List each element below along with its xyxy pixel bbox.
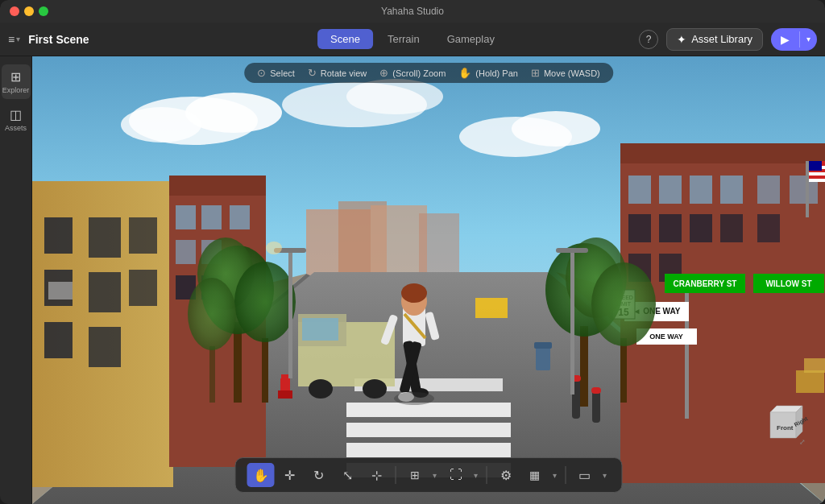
- svg-point-48: [234, 262, 296, 342]
- hand-tool[interactable]: ✋: [247, 463, 275, 487]
- sidebar-item-explorer[interactable]: ⊞ Explorer: [2, 64, 31, 99]
- toolbar-right: ? ✦ Asset Library ▶ ▾: [639, 28, 817, 51]
- rotate-tool-icon: ↻: [313, 468, 324, 483]
- maximize-button[interactable]: [39, 6, 48, 16]
- transform-icon: ⊹: [371, 468, 382, 483]
- bottom-toolbar: ✋ ✛ ↻ ⤡ ⊹ ⊞ ▾: [235, 457, 623, 493]
- sidebar-item-assets[interactable]: ◫ Assets: [2, 102, 31, 137]
- svg-rect-21: [346, 423, 511, 437]
- grid-icon: ▦: [529, 469, 540, 481]
- grid-dropdown[interactable]: ▾: [549, 466, 561, 484]
- hint-rotate: ↻ Rotate view: [308, 67, 367, 79]
- svg-rect-73: [757, 176, 780, 204]
- sidebar-assets-label: Assets: [5, 124, 27, 132]
- svg-point-58: [363, 379, 387, 399]
- asset-library-label: Asset Library: [691, 33, 752, 45]
- fullscreen-dropdown[interactable]: ▾: [471, 466, 482, 484]
- scale-tool[interactable]: ⤡: [334, 463, 362, 487]
- fullscreen-tool[interactable]: ⛶: [442, 463, 470, 487]
- svg-rect-34: [48, 282, 73, 300]
- hint-select-label: Select: [270, 68, 295, 78]
- hand-icon: ✋: [253, 468, 269, 483]
- svg-point-101: [591, 262, 656, 346]
- svg-rect-47: [262, 338, 268, 403]
- svg-rect-75: [720, 214, 743, 242]
- grid-tool[interactable]: ▦: [521, 463, 549, 487]
- fullscreen-group: ⛶ ▾: [442, 463, 482, 487]
- svg-rect-107: [556, 248, 588, 253]
- select-icon: ⊙: [257, 67, 266, 79]
- play-dropdown-button[interactable]: ▾: [800, 30, 817, 48]
- svg-rect-56: [302, 318, 338, 341]
- navigation-cube[interactable]: Front Right ⤢: [761, 396, 812, 448]
- dropdown-arrow: ▾: [16, 35, 20, 43]
- help-button[interactable]: ?: [639, 30, 658, 49]
- svg-rect-119: [536, 346, 550, 370]
- select-group: ⊞ ▾: [401, 463, 441, 487]
- svg-rect-53: [281, 374, 289, 381]
- svg-rect-104: [592, 390, 600, 423]
- hint-zoom-label: (Scroll) Zoom: [392, 68, 446, 78]
- svg-rect-29: [89, 217, 121, 258]
- svg-rect-26: [44, 217, 73, 254]
- toolbar-divider-2: [487, 466, 487, 484]
- svg-rect-77: [806, 161, 809, 217]
- move-tool[interactable]: ✛: [276, 463, 304, 487]
- main-toolbar: ≡ ▾ First Scene Scene Terrain Gameplay ?…: [0, 23, 825, 56]
- svg-rect-65: [659, 176, 682, 204]
- multiselect-tool[interactable]: ⊞: [401, 463, 429, 487]
- transform-tool[interactable]: ⊹: [363, 463, 391, 487]
- svg-rect-32: [129, 217, 157, 254]
- move-crosshair-icon: ✛: [284, 468, 295, 483]
- svg-point-115: [401, 283, 427, 303]
- svg-rect-76: [757, 214, 780, 242]
- svg-rect-108: [475, 298, 508, 318]
- svg-rect-64: [628, 176, 651, 204]
- camera-tool[interactable]: ▭: [571, 463, 599, 487]
- select-dropdown[interactable]: ▾: [429, 466, 441, 484]
- svg-rect-80: [809, 172, 825, 176]
- asset-library-button[interactable]: ✦ Asset Library: [666, 28, 763, 51]
- tab-gameplay[interactable]: Gameplay: [434, 29, 508, 49]
- svg-rect-49: [209, 346, 215, 403]
- svg-rect-68: [659, 214, 682, 242]
- scene-title: First Scene: [28, 33, 89, 46]
- title-bar: Yahaha Studio: [0, 0, 825, 23]
- hint-rotate-label: Rotate view: [321, 68, 367, 78]
- svg-rect-66: [690, 176, 712, 204]
- svg-rect-69: [690, 214, 712, 242]
- svg-rect-67: [628, 214, 651, 242]
- svg-rect-121: [796, 370, 824, 393]
- toolbar-divider-3: [566, 466, 566, 484]
- close-button[interactable]: [10, 6, 19, 16]
- tab-scene[interactable]: Scene: [317, 29, 373, 49]
- window-title: Yahaha Studio: [381, 6, 444, 17]
- svg-rect-37: [176, 205, 196, 229]
- svg-point-5: [512, 111, 600, 147]
- tab-terrain[interactable]: Terrain: [375, 29, 433, 49]
- viewport[interactable]: CRANBERRY ST WILLOW ST ◄ ONE WAY ONE WAY…: [32, 56, 825, 504]
- minimize-button[interactable]: [24, 6, 34, 16]
- svg-point-50: [188, 278, 236, 350]
- svg-point-7: [346, 79, 443, 114]
- camera-dropdown[interactable]: ▾: [599, 466, 611, 484]
- svg-text:⤢: ⤢: [799, 438, 806, 446]
- toolbar-divider-1: [396, 466, 396, 484]
- svg-rect-59: [288, 250, 292, 378]
- settings-icon: ⚙: [500, 468, 512, 483]
- svg-rect-52: [278, 390, 292, 399]
- settings-tool[interactable]: ⚙: [492, 463, 520, 487]
- svg-text:Front: Front: [777, 424, 794, 432]
- tabs-center: Scene Terrain Gameplay: [317, 29, 508, 49]
- rotate-tool[interactable]: ↻: [305, 463, 333, 487]
- multiselect-icon: ⊞: [410, 469, 420, 481]
- menu-button[interactable]: ≡ ▾: [8, 33, 20, 46]
- play-button[interactable]: ▶: [771, 28, 799, 51]
- menu-icon: ≡: [8, 33, 15, 46]
- svg-rect-40: [176, 240, 196, 264]
- svg-rect-105: [591, 387, 601, 394]
- svg-rect-38: [201, 205, 222, 229]
- svg-rect-30: [89, 272, 121, 312]
- play-button-group: ▶ ▾: [771, 28, 817, 51]
- svg-rect-33: [129, 270, 157, 306]
